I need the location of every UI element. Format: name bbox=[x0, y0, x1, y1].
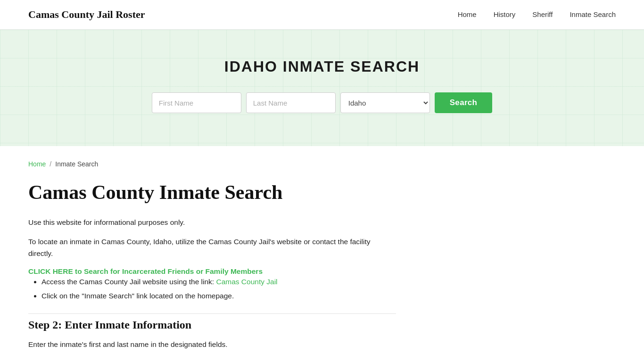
intro-para-1: Use this website for informational purpo… bbox=[28, 217, 396, 229]
search-banner: IDAHO INMATE SEARCH Idaho Alabama Alaska… bbox=[0, 30, 644, 146]
nav-link-inmate-search[interactable]: Inmate Search bbox=[570, 10, 616, 18]
step2-heading: Step 2: Enter Inmate Information bbox=[28, 313, 396, 331]
intro-para-2: To locate an inmate in Camas County, Ida… bbox=[28, 236, 396, 260]
site-header: Camas County Jail Roster Home History Sh… bbox=[0, 0, 644, 30]
site-logo[interactable]: Camas County Jail Roster bbox=[28, 8, 145, 21]
list-item: Click on the "Inmate Search" link locate… bbox=[41, 290, 396, 302]
main-content: Home / Inmate Search Camas County Inmate… bbox=[0, 146, 644, 362]
banner-title: IDAHO INMATE SEARCH bbox=[9, 58, 635, 75]
nav-item-history: History bbox=[494, 10, 516, 19]
main-nav: Home History Sheriff Inmate Search bbox=[458, 10, 616, 19]
page-title: Camas County Inmate Search bbox=[28, 181, 396, 204]
first-name-input[interactable] bbox=[152, 92, 241, 113]
last-name-input[interactable] bbox=[246, 92, 336, 113]
search-link[interactable]: CLICK HERE to Search for Incarcerated Fr… bbox=[28, 267, 263, 275]
state-select[interactable]: Idaho Alabama Alaska Arizona Arkansas Ca… bbox=[340, 92, 430, 113]
nav-item-inmate-search: Inmate Search bbox=[570, 10, 616, 19]
nav-menu: Home History Sheriff Inmate Search bbox=[458, 10, 616, 19]
list-item: Access the Camas County Jail website usi… bbox=[41, 276, 396, 288]
nav-link-home[interactable]: Home bbox=[458, 10, 477, 18]
step2-text: Enter the inmate's first and last name i… bbox=[28, 339, 396, 351]
breadcrumb-home[interactable]: Home bbox=[28, 160, 46, 168]
breadcrumb: Home / Inmate Search bbox=[28, 160, 396, 168]
nav-item-home: Home bbox=[458, 10, 477, 19]
breadcrumb-current: Inmate Search bbox=[55, 160, 98, 168]
nav-item-sheriff: Sheriff bbox=[532, 10, 553, 19]
search-form: Idaho Alabama Alaska Arizona Arkansas Ca… bbox=[9, 92, 635, 113]
breadcrumb-separator: / bbox=[50, 160, 51, 168]
step1-list: Access the Camas County Jail website usi… bbox=[28, 276, 396, 303]
search-button[interactable]: Search bbox=[435, 92, 493, 113]
nav-link-history[interactable]: History bbox=[494, 10, 516, 18]
jail-link[interactable]: Camas County Jail bbox=[216, 278, 277, 286]
nav-link-sheriff[interactable]: Sheriff bbox=[532, 10, 553, 18]
